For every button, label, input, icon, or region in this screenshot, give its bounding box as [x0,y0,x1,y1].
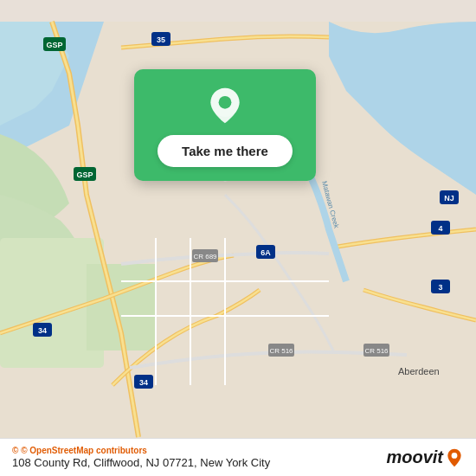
svg-text:6A: 6A [261,248,271,257]
bottom-bar: © © OpenStreetMap contributors 108 Count… [0,438,476,476]
map-container: GSP GSP 35 34 34 CR 689 6A 4 3 NJ CR 516 [0,0,476,476]
svg-text:CR 516: CR 516 [364,347,389,355]
svg-point-38 [452,453,458,459]
location-card: Take me there [134,69,316,181]
moovit-logo: moovit [386,447,464,467]
svg-point-37 [219,96,232,109]
moovit-logo-text: moovit [386,447,443,467]
svg-text:GSP: GSP [46,41,62,49]
svg-text:35: 35 [157,35,165,44]
svg-text:CR 689: CR 689 [193,253,217,261]
svg-text:NJ: NJ [444,194,454,203]
osm-icon: © [12,446,18,455]
take-me-there-button[interactable]: Take me there [158,135,293,167]
svg-text:34: 34 [38,326,47,335]
bottom-left-info: © © OpenStreetMap contributors 108 Count… [12,446,270,469]
svg-text:3: 3 [438,283,442,292]
svg-text:GSP: GSP [76,170,93,179]
svg-text:4: 4 [438,224,442,233]
svg-text:CR 516: CR 516 [269,347,293,355]
location-pin-icon [204,85,246,126]
svg-text:34: 34 [139,378,148,387]
address-text: 108 County Rd, Cliffwood, NJ 07721, New … [12,456,270,469]
svg-text:Aberdeen: Aberdeen [398,366,440,376]
osm-credit: © © OpenStreetMap contributors [12,446,270,455]
osm-credit-text: © OpenStreetMap contributors [21,446,147,455]
moovit-pin-icon [445,448,464,467]
